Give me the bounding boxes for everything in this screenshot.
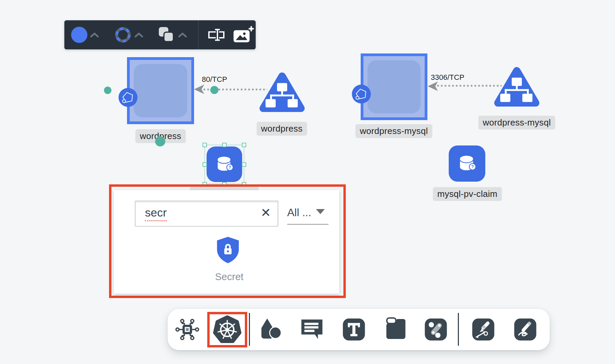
search-input[interactable]: secr ✕ — [135, 201, 278, 227]
canvas[interactable]: wordpress 80/TCP wordpress wordpress-mys… — [0, 0, 615, 364]
node-wordpress-mysql-service[interactable] — [494, 64, 540, 111]
selection-handle[interactable] — [242, 162, 246, 167]
node-wordpress-service[interactable] — [259, 69, 305, 116]
frame-tool-icon[interactable] — [383, 317, 408, 342]
fill-color-swatch-icon[interactable] — [71, 27, 87, 43]
selection-handle[interactable] — [242, 143, 246, 147]
style-toolbar — [64, 20, 256, 49]
caret-down-icon — [316, 209, 325, 214]
deployment-inner-shape — [134, 64, 187, 117]
selection-handle[interactable] — [222, 143, 227, 147]
selection-handle[interactable] — [203, 162, 207, 167]
port-label: 3306/TCP — [431, 73, 464, 82]
pod-badge-icon[interactable] — [352, 85, 371, 104]
tool-dock — [168, 309, 550, 350]
chevron-up-icon[interactable] — [134, 32, 143, 38]
connection-line[interactable] — [437, 85, 502, 87]
image-plus-icon[interactable] — [233, 26, 254, 44]
port-label: 80/TCP — [202, 75, 227, 84]
arrowhead-icon — [194, 85, 204, 94]
search-result-secret[interactable]: Secret — [215, 236, 241, 282]
popup-panel: secr ✕ All ... Secret — [114, 190, 339, 294]
connection-handle[interactable] — [104, 87, 111, 94]
chevron-up-icon[interactable] — [178, 32, 187, 38]
freehand-pencil-scribble-icon[interactable] — [513, 317, 538, 342]
svg-text:?: ? — [471, 164, 474, 169]
shapes-tool-icon[interactable] — [258, 317, 283, 342]
infrastructure-tool-circuit-chip-icon[interactable] — [175, 317, 200, 342]
border-style-swatch-icon[interactable] — [115, 27, 131, 43]
result-label: Secret — [215, 271, 241, 282]
node-label: wordpress-mysql — [479, 116, 555, 130]
copy-style-icon[interactable] — [158, 26, 175, 43]
clear-search-icon[interactable]: ✕ — [261, 207, 271, 219]
pvc-database-icon: ? — [454, 151, 480, 176]
search-query-text: secr — [145, 206, 167, 221]
select-underline — [287, 224, 328, 225]
kubernetes-tool-selected[interactable] — [207, 312, 247, 347]
node-label: mysql-pv-claim — [433, 187, 502, 201]
text-width-icon[interactable] — [206, 27, 229, 42]
kubernetes-helm-wheel-icon — [213, 315, 241, 345]
deployment-inner-shape — [367, 60, 421, 113]
arrowhead-icon — [428, 82, 438, 91]
connection-endpoint-handle[interactable] — [210, 86, 218, 94]
pod-badge-icon[interactable] — [119, 88, 137, 107]
connection-handle[interactable] — [155, 136, 165, 146]
element-search-popup: secr ✕ All ... Secret — [109, 184, 346, 298]
selection-box[interactable] — [205, 145, 244, 184]
filter-value: All ... — [287, 206, 311, 219]
comment-tool-speech-bubble-icon[interactable] — [299, 317, 324, 342]
text-tool-icon[interactable] — [341, 317, 366, 342]
node-label: wordpress-mysql — [356, 124, 432, 138]
selection-handle[interactable] — [203, 143, 207, 147]
node-mysql-pv-claim[interactable]: ? — [449, 145, 485, 182]
category-filter-select[interactable]: All ... — [287, 206, 329, 219]
toolbar-divider — [198, 20, 199, 49]
draw-connection-pen-arrow-icon[interactable] — [471, 317, 496, 342]
node-label: wordpress — [257, 122, 307, 136]
connector-tool-chain-link-icon[interactable] — [423, 317, 448, 342]
dock-divider — [458, 313, 459, 346]
shield-lock-icon — [215, 236, 240, 264]
chevron-up-icon[interactable] — [90, 32, 99, 38]
dock-divider — [249, 313, 250, 346]
